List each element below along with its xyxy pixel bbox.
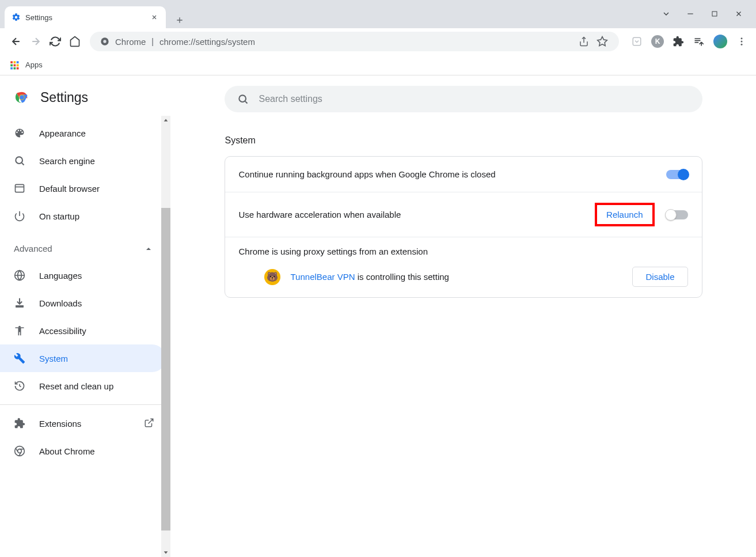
scrollbar-thumb[interactable] (161, 208, 170, 531)
address-origin: Chrome (115, 37, 146, 47)
chevron-down-icon[interactable] (660, 8, 672, 20)
sidebar-item-reset[interactable]: Reset and clean up (0, 372, 166, 400)
hardware-accel-toggle[interactable] (666, 210, 688, 219)
svg-line-43 (245, 101, 247, 104)
nav-label: Accessibility (39, 326, 86, 336)
sidebar-item-appearance[interactable]: Appearance (0, 119, 166, 147)
svg-rect-19 (17, 67, 19, 69)
sidebar-item-search-engine[interactable]: Search engine (0, 147, 166, 175)
extension-name[interactable]: TunnelBear VPN (291, 272, 355, 282)
background-apps-toggle[interactable] (666, 170, 688, 179)
sidebar-item-downloads[interactable]: Downloads (0, 289, 166, 317)
share-icon[interactable] (578, 35, 590, 48)
close-window-button[interactable] (733, 8, 744, 20)
palette-icon (14, 127, 25, 139)
sidebar-item-default-browser[interactable]: Default browser (0, 175, 166, 202)
apps-bookmark[interactable]: Apps (25, 60, 43, 69)
nav-label: Reset and clean up (39, 381, 113, 391)
svg-rect-7 (633, 37, 641, 46)
menu-icon[interactable] (735, 35, 748, 48)
svg-rect-12 (14, 61, 16, 63)
svg-rect-14 (10, 64, 13, 66)
sidebar-scrollbar[interactable] (161, 116, 170, 557)
svg-line-34 (20, 386, 21, 387)
svg-point-5 (103, 40, 106, 43)
forward-button[interactable] (28, 33, 44, 50)
scroll-down-arrow[interactable] (161, 548, 170, 557)
nav-label: Appearance (39, 128, 86, 138)
settings-title: Settings (40, 90, 88, 105)
svg-point-42 (239, 95, 246, 102)
new-tab-button[interactable] (172, 12, 188, 28)
search-input[interactable] (259, 94, 690, 104)
svg-rect-31 (16, 306, 23, 308)
svg-marker-6 (598, 37, 607, 46)
sidebar-item-system[interactable]: System (0, 344, 166, 372)
settings-page: Settings Appearance Search engine Defaul… (0, 75, 756, 557)
accessibility-icon (14, 325, 25, 336)
tab-title: Settings (25, 13, 145, 22)
toolbar-right: K (626, 35, 748, 48)
scroll-up-arrow[interactable] (161, 116, 170, 125)
minimize-button[interactable] (685, 8, 696, 20)
external-link-icon (144, 418, 154, 430)
address-bar[interactable]: Chrome | chrome://settings/system (90, 32, 619, 51)
search-icon (237, 93, 249, 105)
advanced-section-toggle[interactable]: Advanced (0, 236, 166, 262)
svg-rect-16 (17, 64, 19, 66)
extensions-icon[interactable] (672, 35, 685, 48)
reload-button[interactable] (47, 33, 63, 50)
search-settings-wrap[interactable] (225, 86, 702, 112)
apps-grid-icon[interactable] (9, 60, 20, 70)
advanced-label: Advanced (14, 244, 52, 253)
sidebar-item-languages[interactable]: Languages (0, 262, 166, 289)
svg-rect-25 (16, 184, 24, 192)
proxy-body: 🐻 TunnelBear VPN is controlling this set… (239, 267, 688, 287)
disable-button[interactable]: Disable (632, 267, 687, 287)
pocket-icon[interactable] (630, 35, 643, 48)
row-background-apps: Continue running background apps when Go… (225, 157, 702, 192)
maximize-button[interactable] (709, 8, 720, 20)
address-separator: | (151, 37, 154, 46)
sidebar-item-extensions[interactable]: Extensions (0, 410, 166, 437)
nav-label: Extensions (39, 419, 81, 429)
profile-avatar[interactable] (713, 35, 727, 48)
back-button[interactable] (8, 33, 24, 50)
nav-label: About Chrome (39, 446, 95, 456)
system-card: Continue running background apps when Go… (225, 156, 702, 298)
row-label: Continue running background apps when Go… (239, 169, 666, 179)
download-icon (14, 297, 25, 309)
chrome-logo-icon (14, 89, 30, 105)
nav-label: On startup (39, 211, 79, 221)
extension-desc: is controlling this setting (355, 272, 449, 282)
sidebar-header: Settings (0, 86, 170, 117)
sidebar-item-accessibility[interactable]: Accessibility (0, 317, 166, 344)
address-path: chrome://settings/system (159, 37, 255, 47)
svg-marker-28 (146, 248, 151, 250)
row-hardware-accel: Use hardware acceleration when available… (225, 192, 702, 237)
power-icon (14, 210, 25, 222)
relaunch-button[interactable]: Relaunch (595, 203, 654, 226)
restore-icon (14, 380, 25, 392)
svg-rect-13 (17, 61, 19, 63)
toolbar: Chrome | chrome://settings/system K (0, 28, 756, 55)
reading-list-icon[interactable] (693, 35, 705, 48)
site-info-icon (100, 37, 109, 46)
nav-label: Default browser (39, 184, 100, 194)
bookmarks-bar: Apps (0, 55, 756, 75)
extension-icon (14, 418, 25, 429)
svg-point-9 (741, 41, 743, 43)
sidebar-item-on-startup[interactable]: On startup (0, 202, 166, 230)
home-button[interactable] (67, 33, 83, 50)
sidebar-nav: Appearance Search engine Default browser… (0, 117, 170, 465)
tab-settings[interactable]: Settings (5, 6, 166, 28)
sidebar-item-about-chrome[interactable]: About Chrome (0, 437, 166, 465)
proxy-header: Chrome is using proxy settings from an e… (239, 247, 688, 256)
tunnelbear-icon: 🐻 (264, 269, 280, 285)
close-icon[interactable] (150, 13, 159, 22)
bookmark-star-icon[interactable] (596, 35, 609, 48)
window-controls (660, 0, 756, 20)
svg-rect-17 (10, 67, 13, 69)
k-extension-icon[interactable]: K (651, 35, 664, 48)
nav-divider (0, 404, 166, 405)
